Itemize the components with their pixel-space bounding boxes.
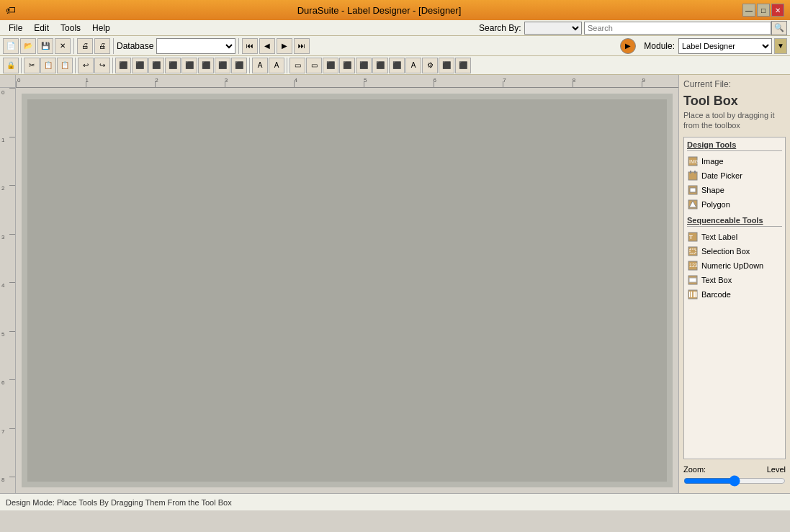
- separator-1: [73, 38, 74, 54]
- tool-undo[interactable]: ↩: [78, 58, 94, 73]
- tool-draw7[interactable]: ⬛: [389, 58, 405, 73]
- close-button[interactable]: ✕: [771, 4, 784, 17]
- tool-draw5[interactable]: ⬛: [356, 58, 372, 73]
- module-dropdown-btn[interactable]: ▼: [774, 38, 787, 54]
- tool-draw4[interactable]: ⬛: [339, 58, 355, 73]
- module-select[interactable]: Label Designer: [678, 38, 772, 54]
- polygon-icon: [687, 199, 699, 210]
- tool-align8[interactable]: ⬛: [231, 58, 247, 73]
- zoom-label: Zoom:: [683, 465, 706, 474]
- db-toolbar: 📄 📂 💾 ✕ 🖨 🖨 Database ⏮ ◀ ▶ ⏭ ▶ Module: L…: [0, 36, 790, 56]
- tool-image[interactable]: IMG Image: [687, 154, 782, 168]
- tool-draw10[interactable]: ⬛: [439, 58, 454, 73]
- t-sep5: [287, 58, 287, 73]
- svg-rect-6: [690, 188, 696, 192]
- search-input[interactable]: [584, 22, 771, 35]
- canvas-area: 0 1 2 3 4: [0, 75, 678, 493]
- t-sep3: [112, 58, 113, 73]
- tool-align4[interactable]: ⬛: [165, 58, 181, 73]
- tool-image-label: Image: [701, 157, 724, 166]
- nav-next-btn[interactable]: ▶: [277, 38, 292, 54]
- menu-bar: File Edit Tools Help Search By: 🔍: [0, 20, 790, 36]
- tool-shape-label: Shape: [701, 186, 724, 194]
- svg-rect-22: [696, 292, 697, 297]
- module-icon: ▶: [620, 38, 636, 54]
- toolbar-new-btn[interactable]: 📄: [3, 38, 19, 54]
- tool-align7[interactable]: ⬛: [215, 58, 230, 73]
- svg-rect-3: [690, 171, 691, 173]
- tool-draw2[interactable]: ▭: [306, 58, 322, 73]
- design-tools-section: Design Tools: [687, 140, 782, 151]
- svg-rect-4: [694, 171, 696, 173]
- title-bar: 🏷 DuraSuite - Label Designer - [Designer…: [0, 0, 790, 20]
- toolbar-save-btn[interactable]: 💾: [37, 38, 53, 54]
- tool-align5[interactable]: ⬛: [181, 58, 197, 73]
- menu-file[interactable]: File: [3, 22, 28, 35]
- nav-prev-btn[interactable]: ◀: [259, 38, 275, 54]
- tool-text-label-label: Text Label: [701, 233, 737, 241]
- tool-draw3[interactable]: ⬛: [323, 58, 338, 73]
- zoom-slider[interactable]: [683, 475, 786, 487]
- toolbox-container: Design Tools IMG Image Date Picker: [683, 137, 786, 459]
- toolbar-print-btn[interactable]: 🖨: [94, 38, 110, 54]
- nav-last-btn[interactable]: ⏭: [294, 38, 310, 54]
- separator-2: [113, 38, 114, 54]
- window-title: DuraSuite - Label Designer - [Designer]: [16, 5, 742, 16]
- search-by-select[interactable]: [524, 22, 582, 35]
- tool-polygon[interactable]: Polygon: [687, 197, 782, 212]
- current-file-label: Current File:: [683, 79, 786, 89]
- tool-draw8[interactable]: A: [405, 58, 421, 73]
- search-button[interactable]: 🔍: [771, 21, 787, 35]
- window-controls: — □ ✕: [742, 4, 784, 17]
- top-ruler: 0 1 2 3 4: [16, 75, 678, 88]
- toolbar-open-btn[interactable]: 📂: [20, 38, 36, 54]
- tool-copy[interactable]: 📋: [40, 58, 56, 73]
- svg-rect-21: [694, 292, 696, 297]
- tool-align6[interactable]: ⬛: [198, 58, 214, 73]
- tool-redo[interactable]: ↪: [94, 58, 110, 73]
- status-bar: Design Mode: Place Tools By Dragging The…: [0, 493, 790, 510]
- nav-first-btn[interactable]: ⏮: [242, 38, 258, 54]
- tool-selection-box[interactable]: Selection Box: [687, 244, 782, 258]
- t-sep4: [249, 58, 250, 73]
- tool-text-b[interactable]: A: [269, 58, 284, 73]
- toolbar-close-btn[interactable]: ✕: [55, 38, 71, 54]
- tool-numeric-updown[interactable]: 123 Numeric UpDown: [687, 258, 782, 273]
- tool-align1[interactable]: ⬛: [115, 58, 131, 73]
- selection-box-icon: [687, 245, 699, 257]
- tool-text-a[interactable]: A: [252, 58, 268, 73]
- tool-shape[interactable]: Shape: [687, 183, 782, 197]
- menu-tools[interactable]: Tools: [55, 22, 86, 35]
- tool-draw6[interactable]: ⬛: [372, 58, 388, 73]
- tool-align3[interactable]: ⬛: [148, 58, 164, 73]
- ruler-corner: [0, 75, 16, 88]
- tool-draw1[interactable]: ▭: [289, 58, 305, 73]
- tool-draw9[interactable]: ⚙: [422, 58, 438, 73]
- tool-draw11[interactable]: ⬛: [455, 58, 471, 73]
- app-icon: 🏷: [6, 4, 16, 16]
- zoom-area: Zoom: Level: [683, 465, 786, 489]
- svg-text:123: 123: [689, 263, 698, 268]
- maximize-button[interactable]: □: [757, 4, 770, 17]
- tool-text-box[interactable]: Text Box: [687, 273, 782, 287]
- minimize-button[interactable]: —: [742, 4, 755, 17]
- tool-lock[interactable]: 🔒: [3, 58, 19, 73]
- tool-text-label[interactable]: T Text Label: [687, 230, 782, 244]
- text-label-icon: T: [687, 231, 699, 243]
- left-ruler: 0 1 2 3 4 5: [0, 88, 16, 493]
- tool-barcode[interactable]: Barcode: [687, 287, 782, 302]
- tool-date-picker[interactable]: Date Picker: [687, 168, 782, 183]
- database-select[interactable]: [156, 38, 235, 54]
- svg-rect-2: [688, 172, 697, 180]
- barcode-icon: [687, 289, 699, 300]
- tool-cut[interactable]: ✂: [24, 58, 40, 73]
- menu-help[interactable]: Help: [86, 22, 116, 35]
- svg-rect-20: [693, 292, 694, 297]
- design-canvas[interactable]: [22, 94, 673, 487]
- tool-paste[interactable]: 📋: [57, 58, 73, 73]
- menu-edit[interactable]: Edit: [28, 22, 55, 35]
- svg-text:IMG: IMG: [689, 159, 698, 164]
- svg-rect-18: [689, 292, 690, 297]
- toolbar-print-setup-btn[interactable]: 🖨: [77, 38, 93, 54]
- tool-align2[interactable]: ⬛: [132, 58, 148, 73]
